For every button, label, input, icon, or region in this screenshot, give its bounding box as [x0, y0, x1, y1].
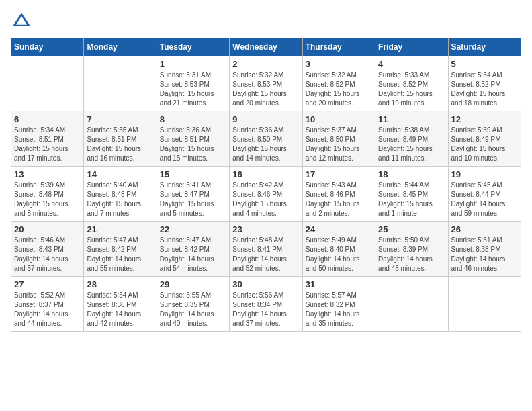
page-header [11, 11, 521, 32]
calendar-week-row: 6Sunrise: 5:34 AM Sunset: 8:51 PM Daylig… [11, 111, 521, 167]
day-number: 4 [378, 59, 445, 69]
day-number: 17 [306, 169, 372, 179]
day-info: Sunrise: 5:57 AM Sunset: 8:32 PM Dayligh… [306, 291, 372, 328]
day-number: 18 [378, 169, 445, 179]
calendar-week-row: 27Sunrise: 5:52 AM Sunset: 8:37 PM Dayli… [11, 277, 521, 332]
day-number: 24 [306, 224, 372, 234]
calendar-cell: 17Sunrise: 5:43 AM Sunset: 8:46 PM Dayli… [302, 167, 375, 222]
day-info: Sunrise: 5:40 AM Sunset: 8:48 PM Dayligh… [87, 181, 153, 218]
day-number: 10 [306, 114, 372, 124]
calendar-cell: 23Sunrise: 5:48 AM Sunset: 8:41 PM Dayli… [230, 222, 302, 277]
day-info: Sunrise: 5:47 AM Sunset: 8:42 PM Dayligh… [160, 236, 226, 273]
calendar-cell: 13Sunrise: 5:39 AM Sunset: 8:48 PM Dayli… [11, 167, 84, 222]
calendar-cell: 16Sunrise: 5:42 AM Sunset: 8:46 PM Dayli… [230, 167, 302, 222]
calendar-cell: 10Sunrise: 5:37 AM Sunset: 8:50 PM Dayli… [302, 111, 375, 167]
calendar-cell: 18Sunrise: 5:44 AM Sunset: 8:45 PM Dayli… [375, 167, 448, 222]
day-number: 2 [232, 59, 299, 69]
day-info: Sunrise: 5:50 AM Sunset: 8:39 PM Dayligh… [378, 236, 445, 273]
day-info: Sunrise: 5:37 AM Sunset: 8:50 PM Dayligh… [306, 126, 372, 163]
calendar-cell [84, 56, 157, 111]
calendar-cell: 26Sunrise: 5:51 AM Sunset: 8:38 PM Dayli… [448, 222, 521, 277]
calendar-cell: 12Sunrise: 5:39 AM Sunset: 8:49 PM Dayli… [448, 111, 521, 167]
day-of-week-header: Saturday [448, 38, 521, 56]
calendar-cell: 6Sunrise: 5:34 AM Sunset: 8:51 PM Daylig… [11, 111, 84, 167]
day-number: 12 [451, 114, 518, 124]
day-info: Sunrise: 5:51 AM Sunset: 8:38 PM Dayligh… [451, 236, 518, 273]
calendar-cell: 30Sunrise: 5:56 AM Sunset: 8:34 PM Dayli… [230, 277, 302, 332]
day-of-week-header: Tuesday [157, 38, 229, 56]
calendar-cell: 5Sunrise: 5:34 AM Sunset: 8:52 PM Daylig… [448, 56, 521, 111]
day-info: Sunrise: 5:41 AM Sunset: 8:47 PM Dayligh… [160, 181, 226, 218]
day-info: Sunrise: 5:55 AM Sunset: 8:35 PM Dayligh… [160, 291, 226, 328]
day-number: 6 [14, 114, 81, 124]
day-number: 16 [232, 169, 299, 179]
calendar-week-row: 20Sunrise: 5:46 AM Sunset: 8:43 PM Dayli… [11, 222, 521, 277]
calendar-cell: 22Sunrise: 5:47 AM Sunset: 8:42 PM Dayli… [157, 222, 229, 277]
day-number: 29 [160, 279, 226, 289]
day-info: Sunrise: 5:33 AM Sunset: 8:52 PM Dayligh… [378, 71, 445, 108]
day-number: 28 [87, 279, 153, 289]
day-info: Sunrise: 5:39 AM Sunset: 8:49 PM Dayligh… [451, 126, 518, 163]
day-info: Sunrise: 5:36 AM Sunset: 8:50 PM Dayligh… [232, 126, 299, 163]
day-number: 15 [160, 169, 226, 179]
calendar-cell: 1Sunrise: 5:31 AM Sunset: 8:53 PM Daylig… [157, 56, 229, 111]
day-info: Sunrise: 5:47 AM Sunset: 8:42 PM Dayligh… [87, 236, 153, 273]
day-info: Sunrise: 5:35 AM Sunset: 8:51 PM Dayligh… [87, 126, 153, 163]
day-number: 27 [14, 279, 81, 289]
calendar-cell: 3Sunrise: 5:32 AM Sunset: 8:52 PM Daylig… [302, 56, 375, 111]
calendar-cell: 28Sunrise: 5:54 AM Sunset: 8:36 PM Dayli… [84, 277, 157, 332]
calendar-header-row: SundayMondayTuesdayWednesdayThursdayFrid… [11, 38, 521, 56]
day-number: 25 [378, 224, 445, 234]
calendar-week-row: 13Sunrise: 5:39 AM Sunset: 8:48 PM Dayli… [11, 167, 521, 222]
day-number: 1 [160, 59, 226, 69]
day-number: 13 [14, 169, 81, 179]
day-info: Sunrise: 5:31 AM Sunset: 8:53 PM Dayligh… [160, 71, 226, 108]
day-info: Sunrise: 5:46 AM Sunset: 8:43 PM Dayligh… [14, 236, 81, 273]
day-number: 30 [232, 279, 299, 289]
day-info: Sunrise: 5:34 AM Sunset: 8:52 PM Dayligh… [451, 71, 518, 108]
calendar-cell: 9Sunrise: 5:36 AM Sunset: 8:50 PM Daylig… [230, 111, 302, 167]
day-info: Sunrise: 5:56 AM Sunset: 8:34 PM Dayligh… [232, 291, 299, 328]
day-number: 19 [451, 169, 518, 179]
calendar-cell: 7Sunrise: 5:35 AM Sunset: 8:51 PM Daylig… [84, 111, 157, 167]
calendar-cell: 25Sunrise: 5:50 AM Sunset: 8:39 PM Dayli… [375, 222, 448, 277]
day-info: Sunrise: 5:34 AM Sunset: 8:51 PM Dayligh… [14, 126, 81, 163]
day-number: 5 [451, 59, 518, 69]
day-info: Sunrise: 5:49 AM Sunset: 8:40 PM Dayligh… [306, 236, 372, 273]
day-number: 9 [232, 114, 299, 124]
day-info: Sunrise: 5:54 AM Sunset: 8:36 PM Dayligh… [87, 291, 153, 328]
calendar-cell: 27Sunrise: 5:52 AM Sunset: 8:37 PM Dayli… [11, 277, 84, 332]
day-info: Sunrise: 5:48 AM Sunset: 8:41 PM Dayligh… [232, 236, 299, 273]
calendar-cell [11, 56, 84, 111]
calendar-cell [375, 277, 448, 332]
calendar-cell: 20Sunrise: 5:46 AM Sunset: 8:43 PM Dayli… [11, 222, 84, 277]
day-number: 7 [87, 114, 153, 124]
day-number: 26 [451, 224, 518, 234]
calendar-cell: 19Sunrise: 5:45 AM Sunset: 8:44 PM Dayli… [448, 167, 521, 222]
day-info: Sunrise: 5:43 AM Sunset: 8:46 PM Dayligh… [306, 181, 372, 218]
day-info: Sunrise: 5:32 AM Sunset: 8:52 PM Dayligh… [306, 71, 372, 108]
day-info: Sunrise: 5:36 AM Sunset: 8:51 PM Dayligh… [160, 126, 226, 163]
day-info: Sunrise: 5:32 AM Sunset: 8:53 PM Dayligh… [232, 71, 299, 108]
day-of-week-header: Sunday [11, 38, 84, 56]
day-number: 21 [87, 224, 153, 234]
day-info: Sunrise: 5:39 AM Sunset: 8:48 PM Dayligh… [14, 181, 81, 218]
calendar-table: SundayMondayTuesdayWednesdayThursdayFrid… [11, 38, 521, 332]
day-of-week-header: Thursday [302, 38, 375, 56]
calendar-cell: 2Sunrise: 5:32 AM Sunset: 8:53 PM Daylig… [230, 56, 302, 111]
logo [11, 11, 35, 32]
calendar-cell: 31Sunrise: 5:57 AM Sunset: 8:32 PM Dayli… [302, 277, 375, 332]
calendar-cell: 8Sunrise: 5:36 AM Sunset: 8:51 PM Daylig… [157, 111, 229, 167]
day-number: 22 [160, 224, 226, 234]
day-number: 3 [306, 59, 372, 69]
calendar-cell: 11Sunrise: 5:38 AM Sunset: 8:49 PM Dayli… [375, 111, 448, 167]
calendar-week-row: 1Sunrise: 5:31 AM Sunset: 8:53 PM Daylig… [11, 56, 521, 111]
day-info: Sunrise: 5:44 AM Sunset: 8:45 PM Dayligh… [378, 181, 445, 218]
calendar-cell: 4Sunrise: 5:33 AM Sunset: 8:52 PM Daylig… [375, 56, 448, 111]
calendar-cell: 21Sunrise: 5:47 AM Sunset: 8:42 PM Dayli… [84, 222, 157, 277]
logo-icon [11, 11, 32, 32]
day-number: 31 [306, 279, 372, 289]
day-number: 23 [232, 224, 299, 234]
day-number: 8 [160, 114, 226, 124]
day-info: Sunrise: 5:52 AM Sunset: 8:37 PM Dayligh… [14, 291, 81, 328]
